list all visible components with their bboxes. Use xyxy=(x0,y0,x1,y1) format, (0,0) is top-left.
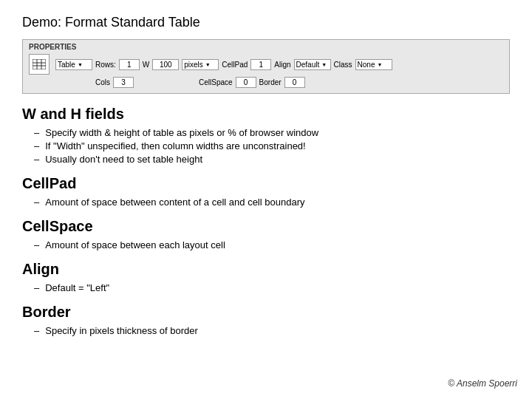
border-input[interactable]: 0 xyxy=(284,77,305,88)
list-item: Specify in pixels thickness of border xyxy=(34,325,510,336)
rows-input[interactable]: 1 xyxy=(119,59,140,70)
svg-rect-0 xyxy=(33,59,46,69)
table-select[interactable]: Table xyxy=(55,59,92,70)
border-label: Border xyxy=(259,78,282,86)
list-item: Amount of space between each layout cell xyxy=(34,239,510,250)
section-heading: CellSpace xyxy=(22,218,510,235)
cols-input[interactable]: 3 xyxy=(113,77,134,88)
table-icon xyxy=(29,54,50,75)
section-heading: Align xyxy=(22,261,510,278)
cols-label: Cols xyxy=(95,78,110,86)
bullet-list: Amount of space between content of a cel… xyxy=(22,197,510,208)
bullet-list: Specify in pixels thickness of border xyxy=(22,325,510,336)
class-label: Class xyxy=(334,61,352,69)
w-unit-select[interactable]: pixels xyxy=(182,59,219,70)
properties-row-1: Table Rows: 1 W 100 pixels CellPad 1 Ali… xyxy=(29,54,503,75)
cellpad-label: CellPad xyxy=(222,61,248,69)
list-item: Usually don't need to set table height xyxy=(34,154,510,165)
properties-label: PROPERTIES xyxy=(29,43,503,51)
bullet-list: Default = "Left" xyxy=(22,282,510,293)
sections-container: W and H fieldsSpecify width & height of … xyxy=(22,106,510,336)
w-label: W xyxy=(143,61,149,69)
copyright: © Anselm Spoerri xyxy=(448,378,517,389)
page-title: Demo: Format Standard Table xyxy=(22,15,510,30)
bullet-list: Amount of space between each layout cell xyxy=(22,239,510,250)
cellspace-input[interactable]: 0 xyxy=(236,77,256,88)
properties-panel: PROPERTIES Table Rows: 1 W 100 pixels Ce… xyxy=(22,39,510,94)
bullet-list: Specify width & height of table as pixel… xyxy=(22,127,510,165)
section-heading: CellPad xyxy=(22,175,510,192)
cellspace-label: CellSpace xyxy=(199,78,233,86)
class-select[interactable]: None xyxy=(355,59,392,70)
list-item: Default = "Left" xyxy=(34,282,510,293)
rows-label: Rows: xyxy=(95,61,116,69)
list-item: Amount of space between content of a cel… xyxy=(34,197,510,208)
list-item: If "Width" unspecified, then column widt… xyxy=(34,140,510,151)
align-select[interactable]: Default xyxy=(294,59,331,70)
w-input[interactable]: 100 xyxy=(152,59,179,70)
properties-row-2: Cols 3 CellSpace 0 Border 0 xyxy=(29,77,503,88)
align-label: Align xyxy=(274,61,290,69)
section-heading: Border xyxy=(22,304,510,321)
list-item: Specify width & height of table as pixel… xyxy=(34,127,510,138)
section-heading: W and H fields xyxy=(22,106,510,123)
cellpad-input[interactable]: 1 xyxy=(250,59,271,70)
